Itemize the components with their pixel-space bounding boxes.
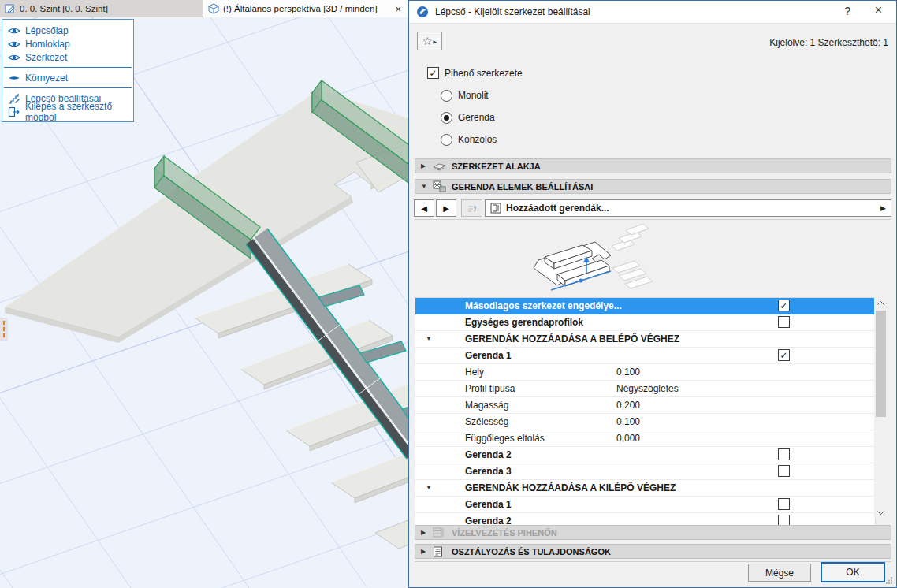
row-label: GERENDÁK HOZZÁADÁSA A KILÉPŐ VÉGHEZ xyxy=(465,482,676,493)
row-label: Gerenda 1 xyxy=(465,350,512,361)
table-row[interactable]: Függőleges eltolás0,000 xyxy=(415,430,875,447)
radio-option-monolit[interactable]: Monolit xyxy=(441,84,497,106)
section-beam-elements[interactable]: ▼ GERENDA ELEMEK BEÁLLÍTÁSAI xyxy=(415,179,891,194)
cancel-button[interactable]: Mégse xyxy=(748,564,811,582)
close-button[interactable]: × xyxy=(870,3,887,17)
table-group-row[interactable]: ▼GERENDÁK HOZZÁADÁSA A KILÉPŐ VÉGHEZ xyxy=(415,480,875,497)
tab-label: 0. 0. Szint [0. 0. Szint] xyxy=(20,4,108,13)
menu-item-label: Homloklap xyxy=(25,39,70,50)
expander-collapsed-icon: ▶ xyxy=(421,529,427,536)
scrollbar-thumb[interactable] xyxy=(876,311,886,417)
menu-item-homloklap[interactable]: Homloklap xyxy=(2,37,133,50)
expander-collapsed-icon: ▶ xyxy=(421,548,427,555)
row-checkbox[interactable] xyxy=(778,498,790,510)
menu-item-label: Lépcsőlap xyxy=(25,25,69,36)
eye-icon xyxy=(8,25,20,36)
structure-shape-icon xyxy=(433,160,446,172)
landing-structure-checkbox-row[interactable]: ✓ Pihenő szerkezete xyxy=(427,67,523,79)
row-label: Magasság xyxy=(465,400,508,411)
transfer-settings-button[interactable] xyxy=(461,199,482,217)
help-button[interactable]: ? xyxy=(839,5,855,17)
cube-3d-icon xyxy=(208,3,219,14)
menu-item-l-pcs-lap[interactable]: Lépcsőlap xyxy=(2,24,133,37)
table-row[interactable]: Szélesség0,100 xyxy=(415,414,875,430)
view-tab-bar: 0. 0. Szint [0. 0. Szint] (!) Általános … xyxy=(0,0,408,17)
resize-grip[interactable] xyxy=(885,576,893,584)
row-checkbox[interactable] xyxy=(778,316,790,328)
dialog-title-bar[interactable]: Lépcső - Kijelölt szerkezet beállításai … xyxy=(409,1,896,24)
menu-item-k-rnyezet[interactable]: Környezet xyxy=(2,71,133,84)
table-row[interactable]: Gerenda 1✓ xyxy=(415,348,875,364)
table-row[interactable]: Gerenda 2 xyxy=(415,447,875,463)
row-label: Egységes gerendaprofilok xyxy=(465,317,583,328)
section-label: SZERKEZET ALAKJA xyxy=(452,162,541,171)
dialog-title: Lépcső - Kijelölt szerkezet beállításai xyxy=(435,6,590,17)
row-value[interactable]: 0,200 xyxy=(616,400,640,411)
group-expander-icon[interactable]: ▼ xyxy=(426,484,432,491)
table-row[interactable]: Másodlagos szerkezet engedélye...✓ xyxy=(415,298,875,314)
table-row[interactable]: Hely0,100 xyxy=(415,364,875,381)
table-row[interactable]: Magasság0,200 xyxy=(415,397,875,414)
beam-page-dropdown[interactable]: Hozzáadott gerendák... ▶ xyxy=(485,199,891,217)
table-row[interactable]: Egységes gerendaprofilok xyxy=(415,314,875,331)
eye-closed-icon xyxy=(8,73,20,84)
row-value[interactable]: Négyszögletes xyxy=(616,383,679,394)
menu-item-label: Környezet xyxy=(25,73,68,84)
section-drainage: ▶ VÍZELVEZETÉS PIHENŐN xyxy=(415,525,891,540)
row-checkbox[interactable] xyxy=(778,465,790,477)
favorites-button[interactable]: ☆ ▶ xyxy=(417,32,442,50)
tab-floor-plan[interactable]: 0. 0. Szint [0. 0. Szint] xyxy=(0,0,203,17)
selection-info: Kijelölve: 1 Szerkeszthető: 1 xyxy=(769,37,888,48)
radio-unselected-icon[interactable] xyxy=(441,90,452,102)
section-structure-shape[interactable]: ▶ SZERKEZET ALAKJA xyxy=(415,158,891,173)
chevron-up-icon xyxy=(877,301,884,305)
classification-icon xyxy=(433,545,446,557)
chevron-right-icon: ▶ xyxy=(880,204,886,212)
section-label: VÍZELVEZETÉS PIHENŐN xyxy=(452,528,557,538)
menu-divider xyxy=(4,87,132,88)
table-row[interactable]: Gerenda 3 xyxy=(415,463,875,480)
row-value[interactable]: 0,000 xyxy=(616,433,640,444)
table-row[interactable]: Profil típusaNégyszögletes xyxy=(415,381,875,397)
menu-item-kil-p-s-a-szerkeszt-m-db-l[interactable]: Kilépés a szerkesztő módból xyxy=(2,105,133,118)
beam-page-label: Hozzáadott gerendák... xyxy=(506,203,609,214)
radio-label: Monolit xyxy=(458,90,489,101)
menu-item-szerkezet[interactable]: Szerkezet xyxy=(2,50,133,64)
radio-option-gerenda[interactable]: Gerenda xyxy=(441,106,497,128)
scroll-down-button[interactable] xyxy=(874,507,888,519)
table-row[interactable]: Gerenda 1 xyxy=(415,497,875,513)
chevron-right-icon: ▶ xyxy=(433,39,437,44)
radio-unselected-icon[interactable] xyxy=(441,134,452,146)
tab-3d-perspective[interactable]: (!) Általános perspektíva [3D / minden] … xyxy=(203,0,408,17)
expander-expanded-icon: ▼ xyxy=(421,183,427,190)
tab-label: (!) Általános perspektíva [3D / minden] xyxy=(223,4,378,13)
row-checkbox[interactable] xyxy=(778,448,790,460)
scroll-up-button[interactable] xyxy=(874,297,888,309)
close-icon[interactable]: × xyxy=(393,3,404,15)
radio-option-konzolos[interactable]: Konzolos xyxy=(441,128,497,151)
radio-selected-icon[interactable] xyxy=(441,112,452,124)
next-beam-button[interactable]: ▶ xyxy=(436,199,456,217)
structure-radio-group: MonolitGerendaKonzolos xyxy=(441,84,497,151)
table-scrollbar[interactable] xyxy=(874,297,888,519)
3d-viewport[interactable]: 0. 0. Szint [0. 0. Szint] (!) Általános … xyxy=(0,0,408,588)
stair-settings-icon xyxy=(8,93,20,104)
collapsed-palette-handle[interactable] xyxy=(0,318,8,341)
table-group-row[interactable]: ▼GERENDÁK HOZZÁADÁSA A BELÉPŐ VÉGHEZ xyxy=(415,331,875,348)
previous-beam-button[interactable]: ◀ xyxy=(414,199,434,217)
group-expander-icon[interactable]: ▼ xyxy=(426,335,432,342)
row-value[interactable]: 0,100 xyxy=(616,367,640,378)
ok-button[interactable]: OK xyxy=(821,562,885,582)
landing-structure-checkbox[interactable]: ✓ xyxy=(427,67,439,79)
row-value[interactable]: 0,100 xyxy=(616,416,640,427)
beam-settings-toolbar: ◀ ▶ Hozzáadott gerendák... ▶ xyxy=(409,199,897,217)
section-classification[interactable]: ▶ OSZTÁLYOZÁS ÉS TULAJDONSÁGOK xyxy=(415,544,891,559)
beam-position-preview xyxy=(512,224,693,296)
row-label: Hely xyxy=(465,367,484,378)
expander-collapsed-icon: ▶ xyxy=(421,162,427,169)
section-label: GERENDA ELEMEK BEÁLLÍTÁSAI xyxy=(452,182,593,192)
beam-page-icon xyxy=(490,203,501,214)
favorites-star-icon: ☆ xyxy=(422,35,433,47)
row-checkbox[interactable]: ✓ xyxy=(778,349,790,361)
row-checkbox[interactable]: ✓ xyxy=(778,300,790,311)
